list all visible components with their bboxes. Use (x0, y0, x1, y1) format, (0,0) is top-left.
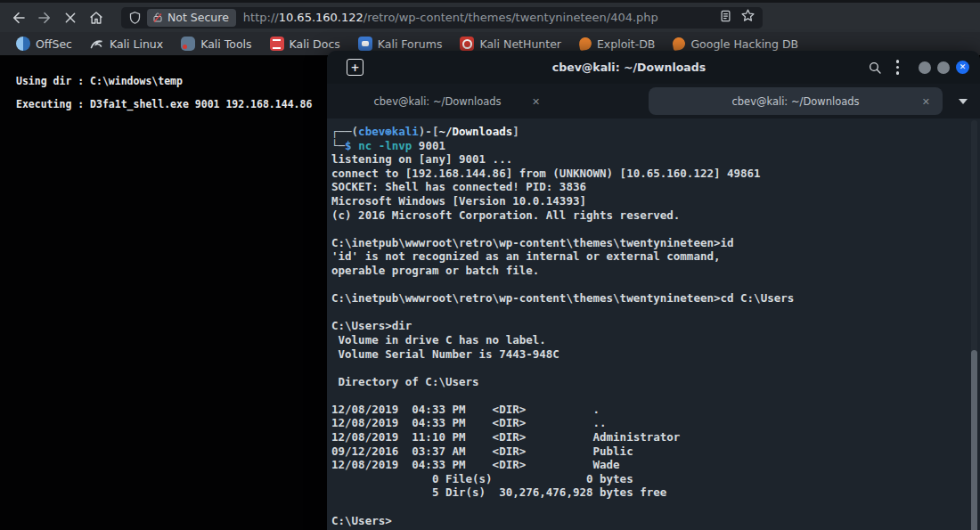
forward-button[interactable] (37, 10, 53, 26)
terminal-line: SOCKET: Shell has connected! PID: 3836 (331, 180, 980, 194)
terminal-line (331, 278, 980, 292)
terminal-title: cbev@kali: ~/Downloads (363, 61, 868, 74)
terminal-line: 12/08/2019 04:33 PM <DIR> .. (331, 416, 980, 430)
terminal-line: 'id' is not recognized as an internal or… (331, 249, 980, 264)
browser-toolbar: Not Secure http://10.65.160.122/retro/wp… (0, 3, 980, 32)
terminal-tab-inactive[interactable]: cbev@kali: ~/Downloads ✕ (327, 84, 548, 118)
broken-lock-icon (152, 12, 163, 23)
terminal-line: (c) 2016 Microsoft Corporation. All righ… (331, 208, 980, 223)
terminal-line (331, 388, 980, 403)
back-button[interactable] (11, 10, 27, 26)
terminal-line: C:\Users> (331, 514, 980, 528)
terminal-line: Volume in drive C has no label. (331, 333, 980, 347)
search-button[interactable] (868, 61, 882, 75)
url-path: /retro/wp-content/themes/twentynineteen/… (363, 11, 658, 24)
offsec-icon (16, 37, 30, 51)
bookmark-label: Exploit-DB (597, 37, 655, 51)
bookmark-label: Kali Forums (378, 37, 443, 51)
terminal-line (331, 222, 980, 236)
terminal-line: C:\inetpub\wwwroot\retro\wp-content\them… (331, 291, 980, 306)
bookmark-label: Kali Tools (200, 37, 251, 51)
terminal-line: 12/08/2019 11:10 PM <DIR> Administrator (331, 430, 980, 444)
security-chip[interactable]: Not Secure (147, 9, 236, 27)
terminal-line: 12/08/2019 04:33 PM <DIR> Wade (331, 458, 980, 472)
terminal-line: Volume Serial Number is 7443-948C (331, 347, 980, 362)
bookmark-label: Google Hacking DB (690, 37, 798, 51)
shield-permissions-icon[interactable] (128, 11, 142, 25)
url-scheme: http:// (243, 11, 279, 24)
home-button[interactable] (88, 10, 104, 26)
tab-label: cbev@kali: ~/Downloads (373, 95, 501, 108)
minimize-button[interactable] (919, 61, 931, 74)
terminal-line: 12/08/2019 04:33 PM <DIR> . (331, 403, 980, 417)
search-icon (868, 61, 882, 75)
kali-nethunter-icon (460, 37, 474, 51)
url-text: http://10.65.160.122/retro/wp-content/th… (243, 11, 712, 24)
kali-tools-icon (181, 37, 195, 51)
close-window-button[interactable]: ✕ (956, 61, 969, 74)
url-host: 10.65.160.122 (279, 11, 363, 24)
maximize-button[interactable] (937, 61, 950, 74)
terminal-tab-bar: cbev@kali: ~/Downloads ✕ cbev@kali: ~/Do… (327, 84, 980, 118)
close-x-icon: ✕ (960, 63, 967, 71)
bookmark-label: Kali Linux (110, 37, 163, 51)
bookmark-item-kali-nethunter[interactable]: Kali NetHunter (453, 35, 568, 53)
bookmark-label: Kali Docs (290, 37, 340, 51)
tab-close-icon[interactable]: ✕ (922, 95, 930, 107)
stop-button[interactable] (62, 10, 78, 26)
plus-icon: + (350, 62, 359, 73)
back-arrow-icon (11, 10, 27, 26)
bookmark-item-exploit-db[interactable]: Exploit-DB (572, 36, 662, 53)
bookmark-item-kali-forums[interactable]: Kali Forums (351, 35, 450, 53)
forward-arrow-icon (37, 10, 53, 26)
terminal-line (331, 306, 980, 320)
bookmark-star-button[interactable] (740, 8, 755, 27)
home-icon (88, 10, 104, 26)
terminal-line (331, 500, 980, 514)
terminal-window: + cbev@kali: ~/Downloads ✕ cbev@kali: ~/… (327, 51, 980, 530)
terminal-line: listening on [any] 9001 ... (331, 152, 980, 167)
bookmark-item-offsec[interactable]: OffSec (9, 35, 79, 53)
terminal-line: Directory of C:\Users (331, 375, 980, 389)
kali-docs-icon (270, 37, 284, 51)
terminal-line: 5 Dir(s) 30,276,476,928 bytes free (331, 485, 980, 500)
stop-x-icon (63, 11, 78, 25)
terminal-line: 09/12/2016 03:37 AM <DIR> Public (331, 444, 980, 459)
tab-list-dropdown-icon[interactable] (959, 99, 968, 104)
terminal-line: 0 File(s) 0 bytes (331, 472, 980, 486)
menu-button[interactable] (896, 60, 900, 74)
exploit-db-icon (578, 37, 592, 51)
bookmark-item-kali-linux[interactable]: Kali Linux (83, 35, 170, 53)
terminal-content[interactable]: ┌──(cbev⊛kali)-[~/Downloads]└─$ nc -lnvp… (327, 118, 980, 530)
bookmark-item-kali-tools[interactable]: Kali Tools (174, 35, 258, 53)
terminal-line: ┌──(cbev⊛kali)-[~/Downloads] (331, 125, 980, 139)
bookmark-item-google-hacking-db[interactable]: Google Hacking DB (666, 36, 805, 53)
bookmark-item-kali-docs[interactable]: Kali Docs (263, 35, 347, 53)
new-tab-button[interactable]: + (347, 59, 363, 76)
bookmark-label: OffSec (36, 37, 72, 51)
terminal-titlebar: + cbev@kali: ~/Downloads ✕ (327, 51, 980, 84)
tab-label: cbev@kali: ~/Downloads (731, 95, 859, 108)
terminal-line: └─$ nc -lnvp 9001 (331, 139, 980, 153)
url-bar[interactable]: Not Secure http://10.65.160.122/retro/wp… (121, 7, 763, 29)
security-chip-label: Not Secure (167, 11, 229, 24)
terminal-output: ┌──(cbev⊛kali)-[~/Downloads]└─$ nc -lnvp… (331, 125, 980, 527)
bookmark-label: Kali NetHunter (479, 37, 560, 51)
ghdb-icon (672, 37, 686, 51)
terminal-line: C:\inetpub\wwwroot\retro\wp-content\them… (331, 236, 980, 250)
terminal-tab-active[interactable]: cbev@kali: ~/Downloads ✕ (649, 84, 943, 118)
terminal-line: Microsoft Windows [Version 10.0.14393] (331, 194, 980, 208)
kali-forums-icon (358, 37, 372, 51)
terminal-line (331, 361, 980, 375)
reader-view-button[interactable] (719, 9, 732, 27)
terminal-line: connect to [192.168.144.86] from (UNKNOW… (331, 167, 980, 181)
terminal-line: operable program or batch file. (331, 264, 980, 278)
scrollbar-thumb[interactable] (971, 350, 977, 530)
tab-close-icon[interactable]: ✕ (532, 95, 540, 107)
terminal-line: C:\Users>dir (331, 319, 980, 333)
kali-dragon-icon (90, 37, 104, 51)
